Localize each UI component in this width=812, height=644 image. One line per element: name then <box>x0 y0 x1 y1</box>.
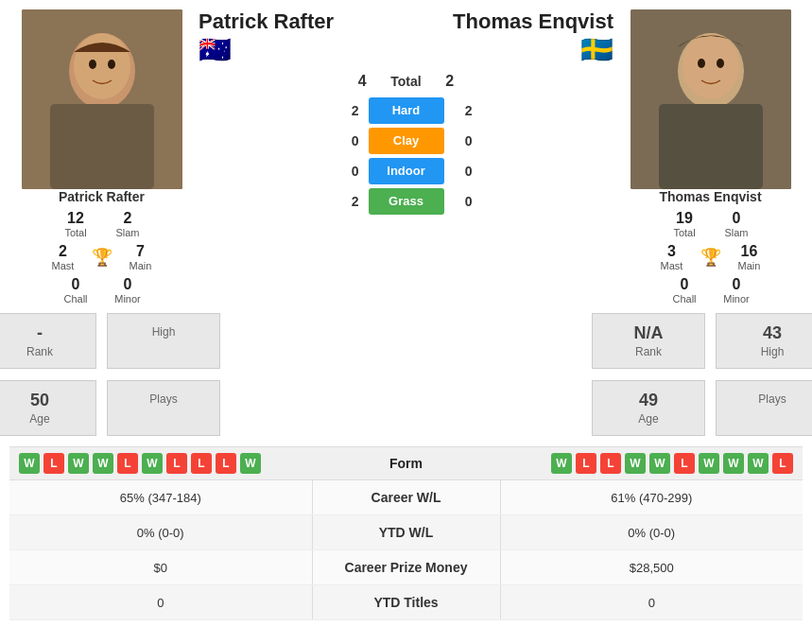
left-form-badge-8: L <box>216 453 236 474</box>
right-age-label: Age <box>597 412 700 426</box>
top-section: Patrick Rafter 12 Total 2 Slam 2 <box>9 9 803 439</box>
right-main-label: Main <box>731 260 769 271</box>
left-form: WLWWLWLLLW <box>19 453 312 474</box>
left-infoboxes2: 50 Age Plays <box>0 377 223 439</box>
bottom-right-2: $28,500 <box>501 551 803 584</box>
left-form-badge-0: W <box>19 453 40 474</box>
surface-btn-indoor[interactable]: Indoor <box>369 158 444 184</box>
right-mast-label: Mast <box>653 260 691 271</box>
bottom-center-0: Career W/L <box>312 480 501 514</box>
right-slam-value: 0 <box>717 210 755 227</box>
left-total-cell: 12 Total <box>57 210 95 238</box>
left-player-photo <box>22 9 182 189</box>
right-form-badge-9: L <box>772 453 793 474</box>
right-player-subname: Thomas Enqvist <box>659 189 761 204</box>
left-form-badge-9: W <box>240 453 261 474</box>
left-chall-cell: 0 Chall <box>57 276 95 305</box>
right-rank-box: N/A Rank <box>592 313 705 369</box>
surface-btn-hard[interactable]: Hard <box>369 97 444 124</box>
right-total-value: 19 <box>665 210 703 227</box>
right-form-badge-3: W <box>625 453 646 474</box>
main-container: Patrick Rafter 12 Total 2 Slam 2 <box>0 0 812 630</box>
left-form-badge-6: L <box>166 453 187 474</box>
left-plays-box: Plays <box>107 380 220 436</box>
surface-rows: 2 Hard 2 0 Clay 0 0 Indoor 0 2 Grass 0 <box>340 97 473 218</box>
left-form-badge-7: L <box>191 453 212 474</box>
bottom-center-1: YTD W/L <box>312 515 501 549</box>
bottom-stat-row-3: 0 YTD Titles 0 <box>9 585 803 620</box>
svg-point-5 <box>108 60 115 69</box>
right-chall-value: 0 <box>665 276 703 293</box>
surface-right-num-hard: 2 <box>454 103 473 118</box>
right-chall-cell: 0 Chall <box>665 276 703 305</box>
left-flag: 🇦🇺 <box>199 34 232 65</box>
right-stats-row2: 3 Mast 🏆 16 Main <box>653 243 769 271</box>
left-stats-row2: 2 Mast 🏆 7 Main <box>44 243 160 271</box>
right-chall-label: Chall <box>665 293 703 305</box>
right-rank-label: Rank <box>597 345 700 358</box>
right-form-badge-4: W <box>649 453 670 474</box>
right-main-value: 16 <box>731 243 769 260</box>
right-mast-cell: 3 Mast <box>653 243 691 271</box>
right-infoboxes2: 49 Age Plays <box>589 377 812 439</box>
left-rank-label: Rank <box>0 345 91 358</box>
left-minor-cell: 0 Minor <box>109 276 147 305</box>
svg-point-11 <box>717 59 724 68</box>
right-form-badge-0: W <box>551 453 572 474</box>
left-minor-label: Minor <box>109 293 147 305</box>
left-form-badge-1: L <box>43 453 64 474</box>
bottom-left-0: 65% (347-184) <box>9 481 312 514</box>
left-stats-row3: 0 Chall 0 Minor <box>57 276 147 305</box>
left-mast-value: 2 <box>44 243 82 260</box>
left-form-badge-5: W <box>142 453 163 474</box>
left-mast-cell: 2 Mast <box>44 243 82 271</box>
left-infoboxes: - Rank High <box>0 310 223 372</box>
surface-btn-clay[interactable]: Clay <box>369 128 444 154</box>
left-slam-cell: 2 Slam <box>109 210 147 238</box>
right-player-photo <box>631 9 791 189</box>
surface-right-num-grass: 0 <box>454 194 473 209</box>
svg-point-9 <box>682 33 739 99</box>
right-form-badge-1: L <box>576 453 596 474</box>
left-form-badge-3: W <box>93 453 113 474</box>
left-rank-box: - Rank <box>0 313 96 369</box>
surface-btn-grass[interactable]: Grass <box>369 188 444 215</box>
form-section: WLWWLWLLLW Form WLLWWLWWWL <box>9 446 803 479</box>
right-plays-box: Plays <box>716 380 812 436</box>
bottom-right-3: 0 <box>501 586 803 619</box>
form-label: Form <box>312 456 501 471</box>
svg-rect-2 <box>50 104 154 189</box>
right-form-badge-2: L <box>600 453 621 474</box>
bottom-stat-row-1: 0% (0-0) YTD W/L 0% (0-0) <box>9 515 803 550</box>
right-minor-cell: 0 Minor <box>717 276 755 305</box>
left-form-badge-4: L <box>117 453 138 474</box>
left-high-label: High <box>112 325 215 339</box>
right-player-stats: 19 Total 0 Slam 3 Mast 🏆 16 <box>618 210 803 305</box>
right-total-cell: 19 Total <box>665 210 703 238</box>
surface-left-num-hard: 2 <box>340 103 359 118</box>
right-age-value: 49 <box>597 391 700 410</box>
left-total-label: Total <box>57 227 95 238</box>
total-row: 4 Total 2 <box>348 73 463 90</box>
right-slam-cell: 0 Slam <box>717 210 755 238</box>
bottom-left-2: $0 <box>9 551 312 584</box>
left-chall-label: Chall <box>57 293 95 305</box>
right-form-badge-7: W <box>723 453 744 474</box>
left-player-name: Patrick Rafter <box>199 9 334 34</box>
svg-point-10 <box>698 59 705 68</box>
surface-row-grass: 2 Grass 0 <box>340 188 473 215</box>
left-age-box: 50 Age <box>0 380 96 436</box>
left-player-subname: Patrick Rafter <box>59 189 145 204</box>
right-plays-label: Plays <box>721 392 812 406</box>
surface-left-num-grass: 2 <box>340 194 359 209</box>
right-trophy-icon: 🏆 <box>700 247 721 268</box>
left-player-stats: 12 Total 2 Slam 2 Mast 🏆 7 <box>9 210 194 305</box>
left-player-column: Patrick Rafter 12 Total 2 Slam 2 <box>9 9 194 439</box>
center-column: Patrick Rafter 🇦🇺 Thomas Enqvist 🇸🇪 4 To… <box>194 9 618 218</box>
right-player-name: Thomas Enqvist <box>453 9 613 34</box>
left-high-box: High <box>107 313 220 369</box>
bottom-center-3: YTD Titles <box>312 585 501 619</box>
right-high-label: High <box>721 345 812 358</box>
left-slam-value: 2 <box>109 210 147 227</box>
right-flag: 🇸🇪 <box>580 34 613 65</box>
